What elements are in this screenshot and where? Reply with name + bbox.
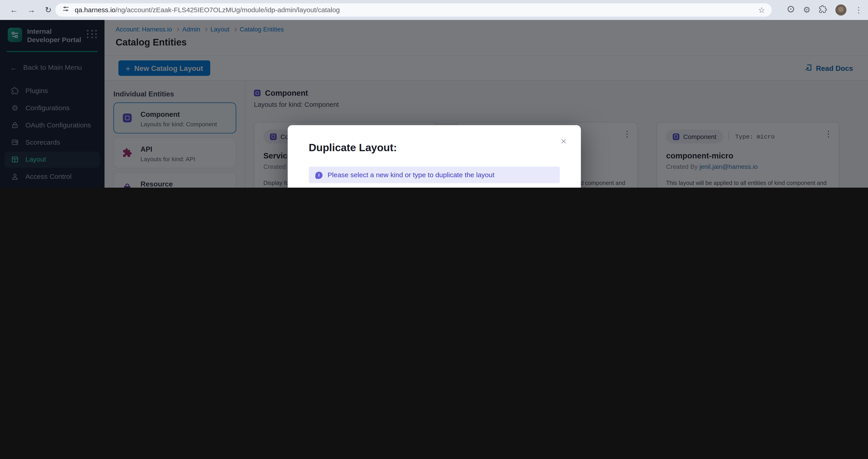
browser-forward-icon[interactable]: → xyxy=(27,5,35,14)
info-banner: i Please select a new kind or type to du… xyxy=(309,167,560,183)
browser-back-icon[interactable]: ← xyxy=(10,5,18,14)
modal-title: Duplicate Layout: xyxy=(309,142,560,154)
browser-reload-icon[interactable]: ↻ xyxy=(45,5,52,14)
info-icon: i xyxy=(315,171,322,179)
browser-menu-icon[interactable]: ⋮ xyxy=(855,5,862,14)
url-text: qa.harness.io/ng/account/zEaak-FLS425IEO… xyxy=(74,6,340,14)
browser-chrome: ← → ↻ qa.harness.io/ng/account/zEaak-FLS… xyxy=(0,0,868,20)
settings-gear-icon[interactable]: ⚙ xyxy=(803,5,811,15)
address-bar[interactable]: qa.harness.io/ng/account/zEaak-FLS425IEO… xyxy=(55,3,772,17)
close-icon[interactable]: × xyxy=(561,136,566,146)
extensions-puzzle-icon[interactable] xyxy=(819,5,827,15)
site-settings-icon[interactable] xyxy=(62,5,70,15)
bookmark-star-icon[interactable]: ☆ xyxy=(758,5,765,14)
duplicate-layout-modal: Duplicate Layout: × i Please select a ne… xyxy=(288,125,581,188)
browser-profile-avatar[interactable] xyxy=(835,4,846,16)
screen: ← → ↻ qa.harness.io/ng/account/zEaak-FLS… xyxy=(0,0,868,188)
extension-ring-icon[interactable] xyxy=(786,5,795,15)
app-window: Internal Developer Portal ← Back to Main… xyxy=(0,20,868,188)
